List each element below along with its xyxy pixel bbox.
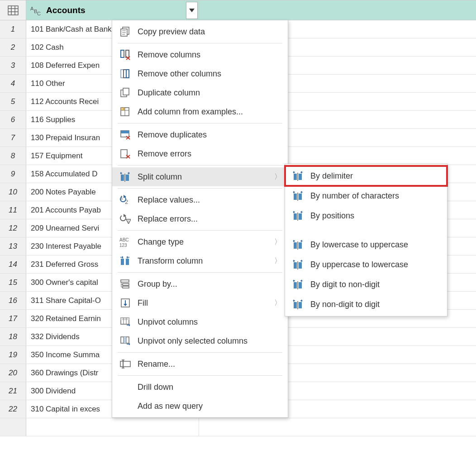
row-number[interactable]: 8 (0, 147, 26, 165)
svg-rect-90 (294, 302, 297, 308)
text-type-icon[interactable]: ABC (30, 4, 43, 17)
menu-separator (118, 375, 282, 376)
row-number[interactable]: 9 (0, 165, 26, 183)
menu-remove-other-columns[interactable]: Remove other columns (112, 64, 288, 83)
row-number[interactable]: 20 (0, 364, 26, 382)
column-header-accounts[interactable]: ABC Accounts (26, 0, 199, 20)
menu-unpivot-selected[interactable]: Unpivot only selected columns (112, 331, 288, 350)
svg-rect-84 (294, 262, 297, 269)
column-header-label: Accounts (46, 5, 86, 15)
menu-replace-values[interactable]: 21 Replace values... (112, 190, 288, 209)
menu-separator (118, 123, 282, 123)
column-dropdown-button[interactable] (186, 2, 198, 19)
menu-remove-errors[interactable]: Remove errors (112, 144, 288, 163)
menu-group-by[interactable]: Group by... (112, 274, 288, 293)
svg-text:C: C (37, 11, 41, 16)
menu-remove-columns[interactable]: Remove columns (112, 45, 288, 64)
submenu-digit-to-nondigit[interactable]: By digit to non-digit (285, 274, 447, 294)
menu-split-column[interactable]: Split column 〉 (112, 167, 288, 186)
svg-text:123: 123 (119, 243, 127, 247)
menu-separator (118, 43, 282, 43)
row-number[interactable]: 16 (0, 292, 26, 309)
row-number[interactable]: 2 (0, 38, 26, 56)
submenu-lower-to-upper[interactable]: By lowercase to uppercase (285, 235, 447, 255)
blank-icon (119, 399, 132, 413)
row-number[interactable]: 21 (0, 382, 26, 400)
menu-transform-column[interactable]: Transform column 〉 (112, 251, 288, 270)
row-number[interactable]: 12 (0, 219, 26, 237)
row-number[interactable]: 13 (0, 237, 26, 255)
row-number[interactable]: 6 (0, 111, 26, 128)
menu-unpivot-columns[interactable]: Unpivot columns (112, 312, 288, 331)
transform-icon (119, 254, 132, 268)
menu-separator (118, 188, 282, 189)
menu-replace-errors[interactable]: ! Replace errors... (112, 209, 288, 228)
menu-separator (118, 272, 282, 273)
svg-rect-35 (121, 150, 127, 152)
row-number[interactable]: 10 (0, 183, 26, 201)
menu-add-as-new-query[interactable]: Add as new query (112, 397, 288, 416)
svg-rect-14 (121, 50, 124, 57)
menu-remove-duplicates[interactable]: Remove duplicates (112, 125, 288, 144)
row-number[interactable]: 17 (0, 310, 26, 327)
split-column-submenu: By delimiter By number of characters By … (285, 164, 447, 317)
row-number[interactable]: 19 (0, 346, 26, 364)
replace-values-icon: 21 (119, 193, 132, 207)
menu-change-type[interactable]: ABC123 Change type 〉 (112, 232, 288, 251)
svg-text:ABC: ABC (119, 237, 129, 242)
row-number[interactable]: 5 (0, 93, 26, 110)
svg-rect-34 (121, 150, 127, 158)
svg-rect-81 (294, 242, 297, 249)
svg-rect-23 (123, 88, 129, 95)
split-icon (291, 238, 305, 251)
svg-rect-50 (126, 259, 129, 265)
table-header-row: ABC Accounts (0, 0, 476, 20)
row-number[interactable]: 4 (0, 75, 26, 92)
row-number[interactable]: 11 (0, 201, 26, 219)
split-icon (291, 169, 305, 183)
menu-fill[interactable]: Fill 〉 (112, 293, 288, 312)
svg-rect-21 (126, 70, 129, 78)
remove-other-columns-icon (119, 67, 132, 80)
remove-duplicates-icon (119, 128, 132, 142)
svg-rect-65 (124, 337, 126, 343)
submenu-by-positions[interactable]: By positions (285, 206, 447, 226)
svg-rect-76 (299, 194, 302, 200)
submenu-by-num-chars[interactable]: By number of characters (285, 186, 447, 206)
row-number[interactable]: 18 (0, 328, 26, 345)
svg-rect-88 (299, 282, 302, 288)
group-by-icon (119, 277, 132, 291)
menu-separator (118, 230, 282, 231)
chevron-right-icon: 〉 (274, 172, 281, 182)
row-number[interactable]: 22 (0, 400, 26, 418)
svg-rect-82 (299, 242, 302, 249)
menu-add-column-examples[interactable]: Add column from examples... (112, 102, 288, 121)
blank-icon (119, 380, 132, 394)
menu-duplicate-column[interactable]: Duplicate column (112, 83, 288, 102)
row-num-header[interactable] (0, 0, 26, 20)
split-icon (291, 278, 305, 291)
svg-rect-73 (299, 174, 302, 180)
menu-rename[interactable]: Rename... (112, 354, 288, 373)
submenu-by-delimiter[interactable]: By delimiter (285, 166, 447, 186)
empty-row (0, 418, 476, 436)
svg-marker-59 (124, 304, 127, 306)
row-number[interactable]: 7 (0, 129, 26, 147)
svg-rect-68 (120, 361, 130, 367)
svg-rect-16 (126, 50, 129, 57)
chevron-right-icon: 〉 (274, 237, 281, 247)
change-type-icon: ABC123 (119, 235, 132, 249)
submenu-upper-to-lower[interactable]: By uppercase to lowercase (285, 255, 447, 274)
submenu-nondigit-to-digit[interactable]: By non-digit to digit (285, 294, 447, 314)
row-number[interactable]: 15 (0, 274, 26, 291)
row-number[interactable]: 3 (0, 57, 26, 74)
rename-icon (119, 357, 132, 371)
svg-text:!: ! (128, 219, 129, 224)
row-number[interactable]: 14 (0, 255, 26, 273)
svg-rect-49 (121, 259, 124, 265)
menu-drill-down[interactable]: Drill down (112, 378, 288, 397)
menu-copy-preview[interactable]: Copy preview data (112, 22, 288, 41)
split-column-icon (119, 170, 132, 184)
row-number[interactable]: 1 (0, 20, 26, 38)
split-icon (291, 298, 305, 311)
